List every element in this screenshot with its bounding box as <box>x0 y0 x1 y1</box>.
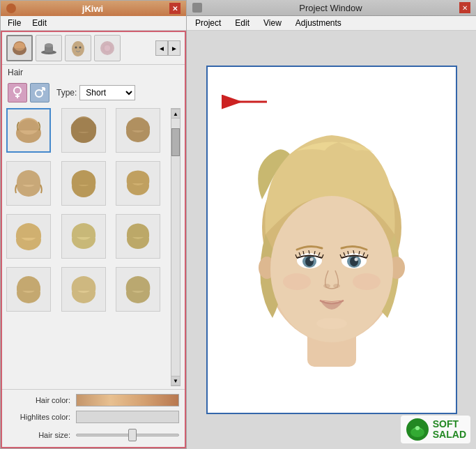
svg-point-59 <box>333 284 340 288</box>
hair-style-4[interactable] <box>6 161 51 206</box>
hair-size-label: Hair size: <box>8 431 70 439</box>
face-illustration <box>227 88 436 381</box>
left-title-bar: jKiwi ✕ <box>1 1 186 16</box>
right-menu-bar: Project Edit View Adjustments <box>187 16 476 31</box>
tool-makeup-button[interactable] <box>94 35 121 61</box>
right-window-title: Project Window <box>299 3 362 13</box>
hair-style-1[interactable] <box>6 108 51 153</box>
svg-point-10 <box>105 45 110 51</box>
nav-next-button[interactable]: ► <box>168 40 181 56</box>
menu-view-edit[interactable]: Edit <box>232 17 252 29</box>
hair-grid-container: ▲ ▼ <box>2 105 185 389</box>
right-panel: Project Window ✕ Project Edit View Adjus… <box>187 0 476 449</box>
tool-hat-button[interactable] <box>36 35 62 61</box>
canvas-frame <box>206 66 457 414</box>
hair-style-9[interactable] <box>116 214 160 259</box>
red-arrow <box>215 88 270 118</box>
menu-edit[interactable]: Edit <box>31 17 48 29</box>
left-window-title: jKiwi <box>82 3 103 14</box>
nav-prev-button[interactable]: ◄ <box>155 40 168 56</box>
svg-point-11 <box>14 87 21 94</box>
hair-style-2[interactable] <box>61 108 106 153</box>
menu-file[interactable]: File <box>6 17 22 29</box>
tool-face-button[interactable] <box>65 35 91 61</box>
hair-section-label: Hair <box>2 65 185 80</box>
watermark-text: SOFTSALAD <box>433 419 466 441</box>
slider-track <box>76 434 179 436</box>
hair-style-12[interactable] <box>116 267 160 312</box>
svg-point-5 <box>72 41 84 56</box>
svg-point-65 <box>415 426 420 430</box>
left-inner-panel: ◄ ► Hair <box>1 31 186 448</box>
hair-color-row: Hair color: <box>8 394 179 406</box>
left-title-icon <box>6 3 16 13</box>
scroll-down-arrow[interactable]: ▼ <box>171 376 181 386</box>
menu-view[interactable]: View <box>261 17 284 29</box>
toolbar: ◄ ► <box>2 32 185 65</box>
female-gender-button[interactable] <box>8 83 27 102</box>
right-title-bar: Project Window ✕ <box>187 0 476 16</box>
right-close-button[interactable]: ✕ <box>459 2 470 13</box>
tool-hair-button[interactable] <box>6 35 33 61</box>
watermark: SOFTSALAD <box>401 416 470 443</box>
hair-type-select[interactable]: Short Medium Long Curly Straight <box>79 85 135 100</box>
scroll-up-arrow[interactable]: ▲ <box>171 109 181 119</box>
hair-style-3[interactable] <box>116 108 160 153</box>
hair-style-grid <box>6 108 168 317</box>
hair-style-6[interactable] <box>116 161 160 206</box>
type-row: Type: Short Medium Long Curly Straight <box>2 80 185 105</box>
hair-style-10[interactable] <box>6 267 51 312</box>
hair-style-7[interactable] <box>6 214 51 259</box>
hair-size-slider-thumb[interactable] <box>128 429 137 441</box>
svg-point-58 <box>323 284 330 288</box>
toolbar-nav: ◄ ► <box>155 40 181 56</box>
left-menu-bar: File Edit <box>1 16 186 31</box>
menu-project[interactable]: Project <box>192 17 224 29</box>
svg-point-4 <box>45 43 53 47</box>
left-panel: jKiwi ✕ File Edit <box>0 0 187 449</box>
highlights-color-row: Highlites color: <box>8 411 179 423</box>
svg-point-7 <box>79 47 82 49</box>
svg-point-53 <box>309 258 313 261</box>
male-gender-button[interactable] <box>30 83 49 102</box>
highlights-color-swatch[interactable] <box>76 411 179 423</box>
hair-size-row: Hair size: <box>8 427 179 443</box>
type-label: Type: <box>56 88 77 98</box>
svg-point-60 <box>283 273 311 290</box>
hair-style-5[interactable] <box>61 161 106 206</box>
svg-point-57 <box>354 258 358 261</box>
left-close-button[interactable]: ✕ <box>169 3 181 14</box>
hair-color-label: Hair color: <box>8 396 70 404</box>
hair-color-swatch[interactable] <box>76 394 179 406</box>
svg-point-6 <box>75 47 77 49</box>
menu-adjustments[interactable]: Adjustments <box>293 17 344 29</box>
color-section: Hair color: Highlites color: Hair size: <box>2 389 185 447</box>
scroll-thumb[interactable] <box>171 128 180 156</box>
hair-size-slider-container <box>76 429 179 441</box>
svg-point-61 <box>353 273 381 290</box>
highlights-color-label: Highlites color: <box>8 413 70 421</box>
project-canvas: SOFTSALAD <box>187 31 476 449</box>
watermark-logo-icon <box>405 417 430 442</box>
svg-point-62 <box>316 318 347 329</box>
hair-grid-scrollbar[interactable]: ▲ ▼ <box>171 108 181 386</box>
hair-style-8[interactable] <box>61 214 106 259</box>
hair-style-11[interactable] <box>61 267 106 312</box>
